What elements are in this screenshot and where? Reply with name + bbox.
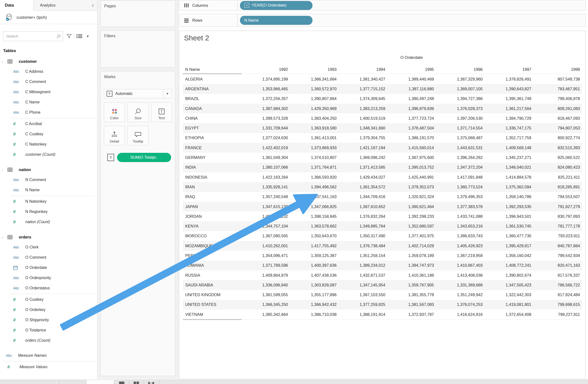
field-item[interactable]: AbcC Address <box>0 66 97 77</box>
value-cell[interactable]: 1,366,942,432 <box>290 302 338 307</box>
value-cell[interactable]: 791,827,279 <box>533 204 582 209</box>
value-cell[interactable]: 1,360,572,970 <box>290 87 338 91</box>
filters-shelf[interactable]: Filters <box>101 30 175 67</box>
value-cell[interactable]: 1,372,937,787 <box>387 312 436 317</box>
value-cell[interactable]: 1,396,879,836 <box>387 106 436 111</box>
value-cell[interactable]: 1,367,080,565 <box>241 234 290 238</box>
value-cell[interactable]: 1,360,621,464 <box>387 204 436 209</box>
value-cell[interactable]: 1,367,975,600 <box>387 155 436 160</box>
color-button[interactable]: Color <box>104 103 125 122</box>
value-cell[interactable]: 799,542,934 <box>533 253 582 258</box>
value-cell[interactable]: 1,359,767,905 <box>387 283 436 287</box>
row-header-cell[interactable]: UNITED STATES <box>183 302 241 307</box>
value-cell[interactable]: 1,409,864,879 <box>241 273 290 278</box>
value-cell[interactable]: 824,080,423 <box>533 165 582 170</box>
value-cell[interactable]: 799,406,878 <box>533 96 582 101</box>
pages-shelf[interactable]: Pages <box>101 0 175 27</box>
mark-type-dropdown[interactable]: T Automatic ▼ <box>104 89 172 98</box>
row-header-cell[interactable]: PERU <box>183 253 241 258</box>
value-cell[interactable]: 1,410,361,186 <box>387 273 436 278</box>
value-cell[interactable]: 1,347,615,138 <box>241 204 290 209</box>
value-cell[interactable]: 1,372,654,408 <box>484 312 533 317</box>
value-cell[interactable]: 1,429,434,027 <box>338 175 387 180</box>
value-cell[interactable]: 1,336,747,175 <box>484 126 533 130</box>
value-cell[interactable]: 1,350,317,490 <box>338 234 387 238</box>
value-cell[interactable]: 786,566,722 <box>533 283 582 287</box>
field-item[interactable]: #customer (Count) <box>0 149 97 160</box>
value-cell[interactable]: 1,361,530,745 <box>484 224 533 229</box>
value-cell[interactable]: 1,375,362,094 <box>484 185 533 189</box>
column-header-year[interactable]: 1994 <box>338 67 387 72</box>
field-item[interactable]: AbcO Orderpriority <box>0 273 97 283</box>
value-cell[interactable]: 1,400,519,519 <box>338 116 387 121</box>
field-item[interactable]: AbcC Name <box>0 97 97 107</box>
row-header-cell[interactable]: IRAQ <box>183 194 241 199</box>
row-header-cell[interactable]: GERMANY <box>183 155 241 160</box>
value-cell[interactable]: 1,392,293,535 <box>484 204 533 209</box>
field-item[interactable]: #nation (Count) <box>0 217 97 227</box>
value-cell[interactable]: 1,417,091,848 <box>436 175 484 180</box>
value-cell[interactable]: 1,390,807,864 <box>290 96 338 101</box>
value-cell[interactable]: 1,369,096,242 <box>338 155 387 160</box>
row-header-cell[interactable]: ARGENTINA <box>183 87 241 91</box>
value-cell[interactable]: 1,361,217,564 <box>484 106 533 111</box>
value-cell[interactable]: 825,060,522 <box>533 155 582 160</box>
value-cell[interactable]: 1,378,487,504 <box>387 126 436 130</box>
value-cell[interactable]: 1,374,895,199 <box>241 77 290 82</box>
value-cell[interactable]: 1,331,709,644 <box>241 126 290 130</box>
value-cell[interactable]: 1,371,413,585 <box>338 165 387 170</box>
row-header-cell[interactable]: CHINA <box>183 116 241 121</box>
value-cell[interactable]: 1,390,643,827 <box>484 87 533 91</box>
field-item[interactable]: AbcO Clerk <box>0 242 97 252</box>
chevron-collapse-icon[interactable]: ⌄ <box>0 168 7 171</box>
field-item[interactable]: #O Custkey <box>0 295 97 305</box>
size-button[interactable]: Size <box>127 103 148 122</box>
expand-plus-icon[interactable]: + <box>244 3 249 8</box>
value-cell[interactable]: 1,395,429,817 <box>484 244 533 248</box>
field-item[interactable]: #C Nationkey <box>0 139 97 149</box>
value-cell[interactable]: 1,417,755,492 <box>290 244 338 248</box>
value-cell[interactable]: 1,360,773,524 <box>436 185 484 189</box>
value-cell[interactable]: 1,422,402,019 <box>241 146 290 150</box>
value-cell[interactable]: 1,415,560,014 <box>387 146 436 150</box>
value-cell[interactable]: 1,359,078,189 <box>387 253 436 258</box>
value-cell[interactable]: 1,335,928,141 <box>241 185 290 189</box>
field-item[interactable]: #N Nationkey <box>0 196 97 207</box>
value-cell[interactable]: 832,515,393 <box>533 146 582 150</box>
value-cell[interactable]: 1,359,125,387 <box>290 253 338 258</box>
value-cell[interactable]: 1,347,066,825 <box>290 204 338 209</box>
value-cell[interactable]: 1,394,747,973 <box>387 263 436 268</box>
value-cell[interactable]: 1,425,440,991 <box>387 175 436 180</box>
value-cell[interactable]: 1,344,709,416 <box>338 194 387 199</box>
field-item[interactable]: #O Shippriority <box>0 315 97 325</box>
datasource-row[interactable]: customer+ (tpch) <box>0 11 97 24</box>
value-cell[interactable]: 1,356,160,042 <box>484 253 533 258</box>
field-item[interactable]: AbcC Phone <box>0 107 97 118</box>
value-cell[interactable]: 1,410,867,403 <box>436 263 484 268</box>
value-cell[interactable]: 1,347,372,204 <box>436 165 484 170</box>
value-cell[interactable]: 1,361,354,572 <box>338 185 387 189</box>
value-cell[interactable]: 783,467,951 <box>533 87 582 91</box>
chevron-down-icon[interactable]: ▼ <box>86 35 89 38</box>
field-item[interactable]: #N Regionkey <box>0 207 97 217</box>
value-cell[interactable]: 1,360,477,730 <box>484 234 533 238</box>
column-header-year[interactable]: 1996 <box>436 67 484 72</box>
column-header-year[interactable]: 1993 <box>290 67 338 72</box>
value-cell[interactable]: 1,421,167,194 <box>338 146 387 150</box>
year-orderdate-pill[interactable]: + YEAR(O Orderdate) <box>240 1 313 10</box>
field-item[interactable]: #orders (Count) <box>0 335 97 345</box>
value-cell[interactable]: 1,378,826,491 <box>484 77 533 82</box>
value-cell[interactable]: 1,374,309,645 <box>338 96 387 101</box>
column-header-year[interactable]: 1997 <box>484 67 533 72</box>
value-cell[interactable]: 1,376,028,373 <box>436 106 484 111</box>
value-cell[interactable]: 840,787,864 <box>533 244 582 248</box>
value-cell[interactable]: 1,386,633,743 <box>436 234 484 238</box>
value-cell[interactable]: 1,390,802,674 <box>484 273 533 278</box>
value-cell[interactable]: 1,416,624,816 <box>436 312 484 317</box>
value-cell[interactable]: 1,345,237,271 <box>484 155 533 160</box>
value-cell[interactable]: 1,352,680,597 <box>387 224 436 229</box>
value-cell[interactable]: 1,367,610,652 <box>338 204 387 209</box>
row-header-cell[interactable]: JORDAN <box>183 214 241 219</box>
value-cell[interactable]: 1,377,715,152 <box>338 87 387 91</box>
value-cell[interactable]: 1,336,096,840 <box>241 283 290 287</box>
